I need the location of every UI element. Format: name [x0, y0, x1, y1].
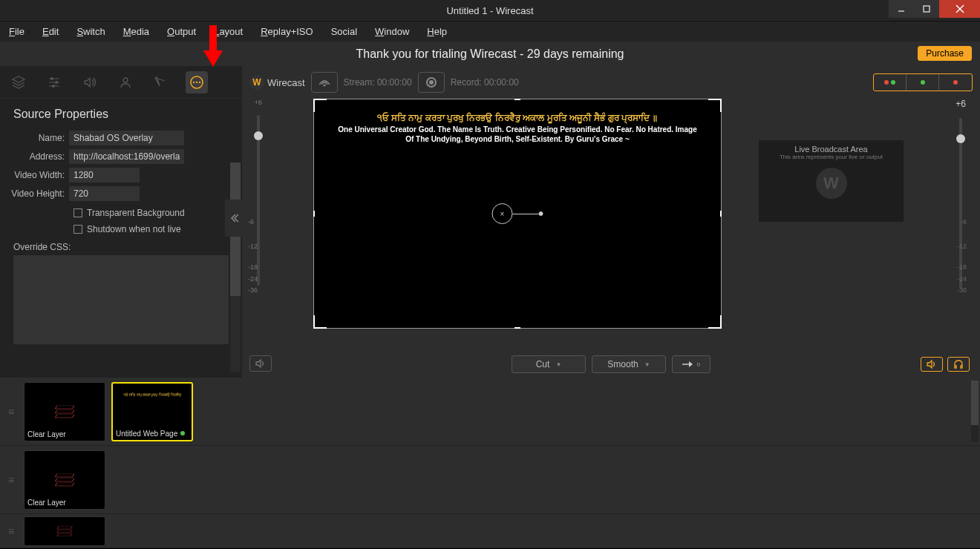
- layers-stack-icon: [56, 524, 73, 538]
- menu-switch[interactable]: Switch: [76, 26, 105, 37]
- layer-drag-handle[interactable]: ≡: [4, 406, 18, 418]
- tab-layers-icon[interactable]: [7, 71, 30, 93]
- height-input[interactable]: [69, 186, 140, 201]
- menu-output[interactable]: Output: [167, 26, 196, 37]
- override-css-textarea[interactable]: [13, 255, 229, 344]
- preview-monitor[interactable]: ੧ਓ ਸਤਿ ਨਾਮੁ ਕਰਤਾ ਪੁਰਖੁ ਨਿਰਭਉ ਨਿਰਵੈਰੁ ਅਕਾ…: [313, 99, 722, 329]
- window-title: Untitled 1 - Wirecast: [446, 5, 533, 16]
- address-input[interactable]: [69, 149, 184, 164]
- preview-area: W Wirecast Stream: 00:00:00 Record: 00:0…: [242, 66, 980, 378]
- layer-drag-handle[interactable]: ≡: [4, 525, 18, 537]
- width-input[interactable]: [69, 168, 140, 183]
- layer-row-2: ≡ Clear Layer: [0, 446, 980, 514]
- shutdown-checkbox-row[interactable]: Shutdown when not live: [0, 221, 242, 237]
- menu-social[interactable]: Social: [331, 26, 357, 37]
- width-label: Video Width:: [6, 170, 69, 180]
- properties-panel: Source Properties Name: Address: Video W…: [0, 66, 242, 378]
- shot-clear-layer[interactable]: Clear Layer: [24, 450, 105, 510]
- transition-smooth-button[interactable]: Smooth▼: [592, 355, 666, 373]
- meter-mark: -12: [957, 243, 967, 250]
- menu-bar: File Edit Switch Media Output Layout Rep…: [0, 21, 980, 42]
- layers-stack-icon: [54, 471, 75, 489]
- svg-rect-1: [924, 6, 930, 12]
- shutdown-label: Shutdown when not live: [87, 224, 181, 234]
- live-subtitle: This area represents your live or output: [780, 154, 883, 160]
- tab-person-icon[interactable]: [114, 71, 137, 93]
- speaker-icon[interactable]: [921, 357, 943, 372]
- svg-point-15: [196, 81, 197, 82]
- meter-mark: -24: [957, 275, 967, 283]
- shot-clear-layer[interactable]: [24, 516, 105, 546]
- preview-audio-meter: +6 -6 -12 -18 -24 -36: [248, 66, 269, 378]
- panel-title: Source Properties: [0, 99, 242, 127]
- panel-scrollbar[interactable]: [230, 162, 241, 372]
- go-button[interactable]: ○: [672, 355, 710, 373]
- svg-marker-23: [689, 361, 693, 367]
- trial-banner: Thank you for trialing Wirecast - 29 day…: [0, 42, 980, 66]
- wirecast-logo: W Wirecast: [249, 75, 305, 90]
- minimize-button[interactable]: [889, 0, 914, 18]
- purchase-button[interactable]: Purchase: [918, 46, 972, 61]
- svg-point-11: [52, 85, 55, 88]
- svg-point-9: [55, 81, 58, 84]
- layers-scrollbar[interactable]: [971, 381, 979, 442]
- menu-help[interactable]: Help: [427, 26, 447, 37]
- layers-stack-icon: [54, 403, 75, 421]
- name-input[interactable]: [69, 131, 184, 145]
- thumb-preview-text: ੧ਓ ਸਤਿ ਨਾਮੁ ਕਰਤਾ ਪੁਰਖੁ ਨਿਰਭਉ ਨਿਰਵੈਰੁ: [120, 393, 184, 397]
- override-css-label: Override CSS:: [0, 237, 242, 255]
- layers-panel: ≡ Clear Layer ੧ਓ ਸਤਿ ਨਾਮੁ ਕਰਤਾ ਪੁਰਖੁ ਨਿਰ…: [0, 378, 980, 548]
- shot-untitled-web-page[interactable]: ੧ਓ ਸਤਿ ਨਾਮੁ ਕਰਤਾ ਪੁਰਖੁ ਨਿਰਭਉ ਨਿਰਵੈਰੁ Unt…: [111, 382, 193, 441]
- trial-message: Thank you for trialing Wirecast - 29 day…: [356, 47, 624, 61]
- shot-clear-layer[interactable]: Clear Layer: [24, 382, 105, 441]
- svg-point-14: [193, 81, 195, 82]
- checkbox-icon[interactable]: [74, 208, 82, 217]
- tab-more-icon[interactable]: [186, 71, 208, 93]
- window-titlebar: Untitled 1 - Wirecast: [0, 0, 980, 21]
- headphones-icon[interactable]: [947, 357, 970, 372]
- meter-mark: -18: [957, 263, 967, 271]
- layer-row-3: ≡: [0, 514, 980, 548]
- svg-point-7: [50, 77, 53, 80]
- go-light-2[interactable]: [906, 74, 939, 91]
- meter-mark: -6: [961, 218, 967, 226]
- transparent-checkbox-row[interactable]: Transparent Background: [0, 205, 242, 221]
- layer-drag-handle[interactable]: ≡: [4, 474, 18, 486]
- menu-layout[interactable]: Layout: [214, 26, 243, 37]
- height-label: Video Height:: [6, 188, 69, 199]
- svg-point-12: [123, 78, 128, 82]
- tab-audio-icon[interactable]: [79, 71, 101, 93]
- menu-media[interactable]: Media: [123, 26, 149, 37]
- meter-slider[interactable]: [257, 115, 260, 286]
- menu-file[interactable]: File: [9, 26, 24, 37]
- menu-window[interactable]: Window: [375, 26, 409, 37]
- mute-icon[interactable]: [249, 355, 272, 372]
- panel-collapse-handle[interactable]: [225, 200, 243, 237]
- name-label: Name:: [6, 133, 69, 143]
- checkbox-icon[interactable]: [74, 225, 82, 234]
- tab-sliders-icon[interactable]: [43, 71, 65, 93]
- maximize-button[interactable]: [914, 0, 939, 18]
- transition-cut-button[interactable]: Cut▼: [512, 355, 586, 373]
- live-title: Live Broadcast Area: [794, 145, 867, 154]
- address-label: Address:: [6, 151, 69, 162]
- svg-point-16: [199, 81, 200, 82]
- close-button[interactable]: [939, 0, 980, 18]
- transparent-label: Transparent Background: [87, 208, 185, 218]
- layer-row-1: ≡ Clear Layer ੧ਓ ਸਤਿ ਨਾਮੁ ਕਰਤਾ ਪੁਰਖੁ ਨਿਰ…: [0, 378, 980, 446]
- menu-edit[interactable]: Edit: [42, 26, 59, 37]
- live-audio-meter: +6: [950, 66, 971, 289]
- live-monitor[interactable]: Live Broadcast Area This area represents…: [759, 140, 904, 222]
- menu-replay[interactable]: Replay+ISO: [261, 26, 313, 37]
- wirecast-watermark-icon: W: [816, 168, 847, 199]
- transform-handle[interactable]: ×: [492, 203, 543, 224]
- tab-crop-icon[interactable]: [150, 71, 172, 93]
- meter-mark: -36: [957, 286, 967, 294]
- overlay-text-english: One Universal Creator God. The Name Is T…: [314, 125, 721, 144]
